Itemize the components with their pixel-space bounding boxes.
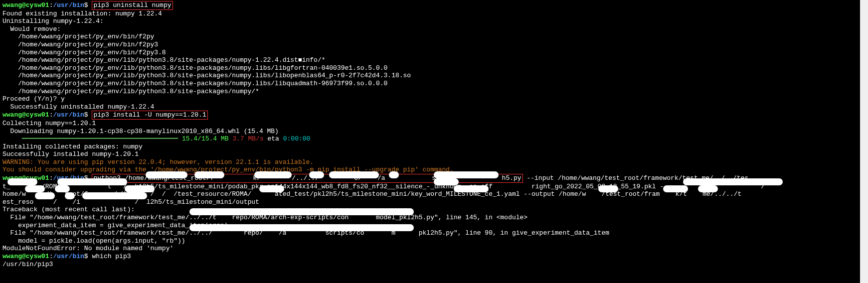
redaction [55,185,70,192]
output-line: model = pickle.load(open(args.input, "rb… [2,237,866,245]
output-line: /home/wwang/project/py_env/lib/python3.8… [2,72,866,80]
redaction [254,171,292,178]
redaction [7,178,37,185]
redaction [389,171,399,178]
output-line: /home/wwang/project/py_env/lib/python3.8… [2,56,866,64]
output-line: Successfully uninstalled numpy-1.22.4 [2,103,866,111]
output-line: Proceed (Y/n)? y [2,95,866,103]
redaction [434,178,459,185]
prompt-dollar: $ [84,111,88,119]
output-line: Would remove: [2,25,866,33]
prompt-path: /usr/bin [53,253,84,260]
redaction [598,185,618,192]
output-line: /usr/bin/pip3 [2,261,866,269]
cmd4: which pip3 [92,253,131,260]
prompt-user: wwang@cysw01 [2,253,49,260]
output-line: experiment_data_item = give_experiment_d… [2,222,866,230]
redaction [25,185,45,192]
prompt-dollar: $ [84,253,88,260]
redaction [65,192,75,199]
redaction [194,171,224,178]
output-line: /home/wwang/project/py_env/lib/python3.8… [2,64,866,72]
redaction [189,224,414,231]
redaction [698,185,718,192]
output-line: Collecting numpy==1.20.1 [2,120,866,128]
output-line: File "/home/wwang/test_root/framework/te… [2,229,866,237]
output-line: /home/wwang/project/py_env/lib/python3.8… [2,80,866,88]
prompt-user: wwang@cysw01 [2,111,49,119]
redaction [454,185,489,192]
output-line: est_reso / /i / l2h5/ts_milestone_mini/o… [2,198,866,206]
redaction [189,208,414,215]
redaction [259,185,284,192]
prompt-path: /usr/bin [53,1,84,9]
output-line: /home/wwang/project/py_env/bin/f2py [2,33,866,41]
output-line: Uninstalling numpy-1.22.4: [2,17,866,25]
redaction [82,192,147,199]
prompt-dollar: $ [84,1,88,9]
highlighted-cmd-1: pip3 uninstall numpy [92,1,173,10]
highlighted-cmd-2: pip3 install -U numpy==1.20.1 [92,111,207,120]
warning-line: WARNING: You are using pip version 22.0.… [2,158,866,166]
output-line: Traceback (most recent call last): [2,206,866,214]
redaction [125,185,155,192]
redaction [683,178,783,185]
output-line: /home/wwang/project/py_env/bin/f2py3 [2,41,866,49]
output-line: Successfully installed numpy-1.20.1 [2,150,866,158]
output-line: Installing collected packages: numpy [2,143,866,151]
output-line: /home/wwang/project/py_env/lib/python3.8… [2,88,866,96]
redaction [35,192,55,199]
redaction [57,178,127,185]
redaction [663,185,688,192]
output-line: Found existing installation: numpy 1.22.… [2,10,866,18]
scrollbar[interactable] [860,0,868,283]
output-line: Downloading numpy-1.20.1-cp38-cp38-manyl… [2,128,866,136]
redaction [309,171,324,178]
download-bar: ━━━━━━━━━━━━━━━━━━━━━━━━━━━━━━━━━━━━━━━━… [2,135,866,143]
output-line: /home/wwang/project/py_env/bin/f2py3.8 [2,49,866,57]
redaction [146,171,187,178]
output-line: File "/home/wwang/test_root/framework/te… [2,214,866,222]
output-line: ModuleNotFoundError: No module named 'nu… [2,245,866,253]
prompt-user: wwang@cysw01 [2,1,49,9]
prompt-path: /usr/bin [53,111,84,119]
redaction [434,171,499,178]
redaction [329,171,379,178]
